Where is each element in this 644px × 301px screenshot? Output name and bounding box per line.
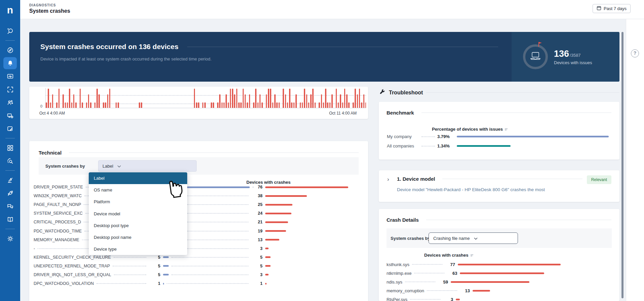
timeline-bar — [327, 102, 328, 108]
banner-title: System crashes occurred on 136 devices — [40, 43, 178, 51]
dropdown-option-device-type[interactable]: Device type — [89, 243, 187, 255]
sidebar-item-automation[interactable] — [3, 174, 17, 186]
crash-barbox — [473, 290, 611, 292]
technical-filter-label: System crashes by — [45, 164, 85, 169]
sidebar-item-users[interactable] — [3, 96, 17, 109]
troubleshoot-header: Troubleshoot — [379, 89, 619, 96]
technical-heading: Technical — [39, 150, 62, 156]
users-icon — [7, 99, 14, 106]
timeline-bar — [69, 89, 70, 108]
sidebar-item-settings[interactable] — [3, 232, 17, 245]
vertical-scrollbar[interactable] — [621, 32, 623, 298]
sidebar-item-content-edit[interactable] — [3, 123, 17, 135]
timeline-bar — [109, 89, 111, 108]
timeline-bar — [289, 89, 290, 108]
timeline-y-zero: 0 — [40, 104, 42, 108]
technical-row: WIN32K_POWER_WATC38 — [34, 191, 363, 200]
insight-link[interactable]: Device model "Hewlett-Packard - HP Elite… — [397, 187, 545, 192]
timeline-bar — [65, 102, 66, 108]
timeline-bar — [240, 102, 242, 108]
crash-details-heading-rule — [426, 220, 611, 220]
chevron-down-icon — [474, 236, 478, 241]
impacted-count: 136 — [554, 49, 569, 59]
timeline-bar — [202, 102, 204, 108]
timeline-x-end: Oct 11 4:00 AM — [329, 111, 357, 116]
timeline-bar — [224, 102, 225, 108]
sidebar-item-device-gear[interactable] — [3, 110, 17, 122]
sidebar-divider — [5, 40, 15, 41]
timeline-bar — [253, 102, 254, 108]
timeline-bar — [306, 94, 308, 108]
timeline-bar — [50, 102, 51, 108]
discover-icon — [7, 158, 14, 165]
time-filter-button[interactable]: Past 7 days — [593, 4, 631, 13]
crash-bar — [456, 299, 460, 300]
sidebar-item-ai-search[interactable] — [3, 25, 17, 37]
technical-row: UNEXPECTED_KERNEL_MODE_TRAP55 — [34, 262, 363, 270]
technical-groupby-select[interactable]: Label — [98, 160, 197, 172]
crash-row-value: 13 — [460, 288, 470, 293]
sidebar-item-apps-grid[interactable] — [3, 142, 17, 154]
timeline-bar — [243, 89, 244, 108]
benchmark-heading: Benchmark — [387, 110, 414, 116]
technical-crashes-barbox — [163, 274, 251, 275]
chevron-right-icon[interactable]: › — [387, 176, 389, 183]
timeline-bar — [141, 102, 142, 108]
dotted-leader — [421, 146, 435, 146]
dropdown-option-desktop-pool-name[interactable]: Desktop pool name — [89, 231, 187, 243]
sidebar-divider — [5, 170, 15, 171]
help-rail: ? — [626, 19, 644, 301]
banner-divider — [187, 47, 498, 47]
technical-devices-bar — [265, 248, 269, 249]
timeline-bar — [234, 94, 235, 108]
timeline-plot[interactable] — [45, 88, 366, 108]
timeline-gridline-lower — [45, 103, 366, 104]
sidebar-item-discover[interactable] — [3, 155, 17, 167]
dotted-leader — [405, 282, 435, 282]
timeline-bar — [105, 102, 106, 108]
timeline-bar — [340, 94, 341, 108]
technical-row: PDC_WATCHDOG_TIME19 — [34, 226, 363, 235]
timeline-bar — [238, 102, 240, 108]
device-model-insight-card: › 1. Device model Relevant Device model … — [379, 170, 619, 202]
help-icon[interactable]: ? — [631, 49, 639, 57]
crash-row-value: 59 — [438, 280, 448, 285]
sidebar-item-compass[interactable] — [3, 44, 17, 56]
sidebar-item-alerts[interactable] — [3, 57, 17, 69]
crash-row: memory_corruption13 — [387, 286, 611, 295]
timeline-bar — [323, 102, 324, 108]
technical-devices-bar — [265, 274, 269, 275]
technical-row-label: KERNEL_SECURITY_CHECK_FAILURE — [34, 255, 111, 260]
crash-barbox — [456, 299, 611, 300]
timeline-bar — [230, 89, 231, 108]
dropdown-option-device-model[interactable]: Device model — [89, 208, 187, 220]
brand-logo[interactable]: n — [7, 3, 13, 17]
benchmark-bar — [457, 136, 609, 137]
troubleshoot-heading-rule — [426, 92, 619, 93]
technical-devices-value: 3 — [251, 246, 263, 251]
timeline-bar — [266, 94, 267, 108]
sidebar-item-monitoring[interactable] — [3, 70, 17, 82]
timeline-bar — [342, 102, 344, 108]
benchmark-metric-header: Percentage of devices with issues — [432, 127, 503, 132]
sidebar-item-library[interactable] — [3, 213, 17, 225]
dropdown-option-desktop-pool-type[interactable]: Desktop pool type — [89, 220, 187, 231]
timeline-bar — [48, 89, 49, 108]
sidebar-item-launch[interactable] — [3, 187, 17, 199]
timeline-bar — [217, 102, 218, 108]
crash-groupby-select[interactable]: Crashing file name — [429, 232, 518, 244]
sidebar-item-optimize[interactable] — [3, 83, 17, 95]
timeline-bar — [312, 89, 314, 108]
timeline-bar — [82, 102, 83, 108]
crash-details-card: Crash Details System crashes by Crashing… — [379, 209, 619, 301]
crash-bar-list: ksthunk.sys77ntkrnlmp.exe63ndis.sys59mem… — [387, 260, 611, 301]
sidebar-item-chat[interactable] — [3, 200, 17, 212]
timeline-bar — [247, 102, 248, 108]
crash-row-label: ntkrnlmp.exe — [387, 271, 411, 276]
sort-icon[interactable] — [471, 253, 474, 258]
technical-devices-barbox — [265, 239, 363, 241]
troubleshoot-heading: Troubleshoot — [389, 90, 423, 96]
timeline-gridline-upper — [45, 95, 366, 96]
sort-icon[interactable] — [505, 127, 508, 132]
technical-row-label: - — [34, 246, 35, 251]
